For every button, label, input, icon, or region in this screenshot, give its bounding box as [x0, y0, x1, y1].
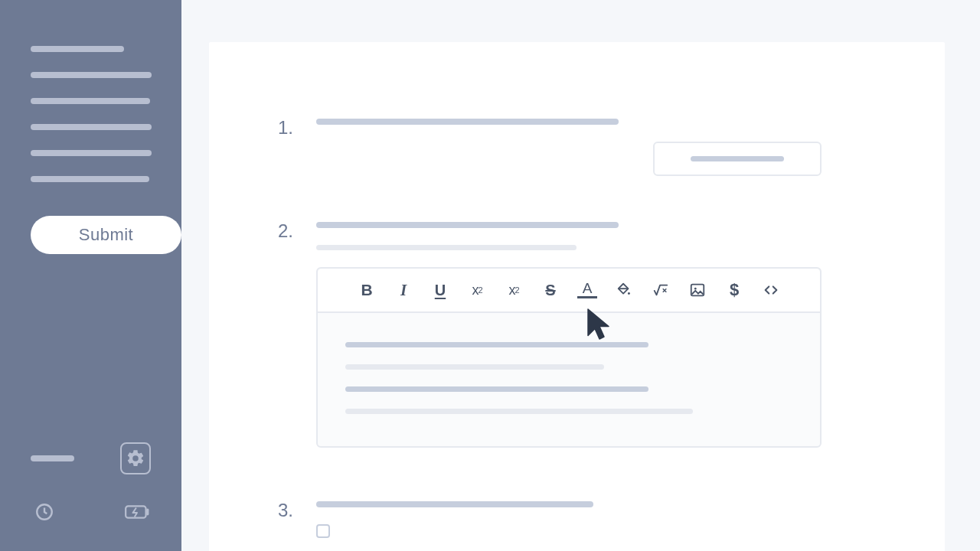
text-color-button[interactable]: A: [577, 282, 597, 298]
question-prompt-placeholder: [316, 222, 619, 228]
editor-content-line: [345, 342, 648, 347]
code-icon: [763, 282, 779, 298]
question-3: 3.: [278, 501, 876, 538]
strikethrough-button[interactable]: S: [541, 280, 560, 300]
nav-item[interactable]: [31, 124, 152, 130]
sidebar-label-placeholder: [31, 455, 74, 461]
fill-color-button[interactable]: [614, 280, 634, 300]
nav-item[interactable]: [31, 98, 150, 104]
question-subtext-placeholder: [316, 245, 577, 250]
clock-icon: [34, 502, 54, 522]
rich-text-editor[interactable]: B I U x2 x2 S A: [316, 267, 822, 448]
question-number: 3.: [278, 501, 316, 520]
sqrt-icon: [652, 282, 669, 298]
paint-bucket-icon: [616, 282, 632, 298]
question-2: 2. B I U x2 x2 S A: [278, 222, 876, 448]
image-icon: [689, 282, 706, 298]
editor-content-line: [345, 409, 693, 414]
question-prompt-placeholder: [316, 119, 619, 125]
sidebar: Submit: [0, 0, 181, 551]
equation-button[interactable]: [651, 280, 671, 300]
nav-item[interactable]: [31, 46, 124, 52]
sidebar-bottom: [0, 421, 181, 528]
superscript-button[interactable]: x2: [504, 280, 524, 300]
submit-button[interactable]: Submit: [31, 216, 181, 254]
nav-item[interactable]: [31, 72, 152, 78]
italic-button[interactable]: I: [394, 280, 413, 300]
question-1: 1.: [278, 119, 876, 176]
nav-item[interactable]: [31, 176, 149, 182]
bold-button[interactable]: B: [357, 280, 377, 300]
question-prompt-placeholder: [316, 501, 593, 507]
short-answer-input[interactable]: [653, 142, 822, 176]
svg-point-4: [694, 288, 697, 290]
editor-content-line: [345, 364, 604, 370]
gear-icon: [126, 448, 145, 468]
nav-item[interactable]: [31, 150, 152, 156]
code-button[interactable]: [761, 280, 781, 300]
currency-button[interactable]: $: [724, 280, 744, 300]
question-number: 1.: [278, 119, 316, 137]
subscript-button[interactable]: x2: [467, 280, 487, 300]
battery-charging-icon: [124, 504, 150, 520]
editor-toolbar: B I U x2 x2 S A: [318, 269, 820, 313]
question-number: 2.: [278, 222, 316, 240]
editor-textarea[interactable]: [318, 313, 820, 446]
clock-button[interactable]: [31, 496, 59, 528]
checkbox-option[interactable]: [316, 524, 330, 538]
underline-button[interactable]: U: [430, 280, 450, 300]
main-content: 1. 2. B I U x2 x2: [181, 0, 980, 551]
settings-button[interactable]: [120, 442, 151, 474]
svg-point-2: [628, 292, 630, 295]
battery-button[interactable]: [123, 496, 152, 528]
nav-list: [0, 46, 181, 202]
question-card: 1. 2. B I U x2 x2: [209, 42, 945, 551]
image-button[interactable]: [688, 280, 707, 300]
editor-content-line: [345, 386, 648, 392]
input-placeholder-text: [691, 156, 784, 161]
